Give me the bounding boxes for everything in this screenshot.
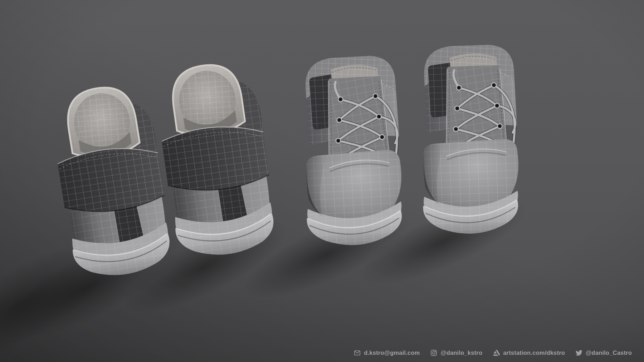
- artist-credits: d.kstro@gmail.com @danilo_kstro artstati…: [354, 349, 632, 356]
- vignette: [0, 0, 644, 362]
- instagram-label: @danilo_kstro: [440, 349, 482, 356]
- artstation-icon: [493, 349, 500, 356]
- twitter-icon: [576, 349, 582, 356]
- boots-3d-render: [0, 0, 644, 362]
- instagram-contact: @danilo_kstro: [430, 349, 482, 356]
- email-contact: d.kstro@gmail.com: [354, 349, 420, 356]
- render-canvas: d.kstro@gmail.com @danilo_kstro artstati…: [0, 0, 644, 362]
- instagram-icon: [430, 349, 437, 356]
- email-label: d.kstro@gmail.com: [364, 349, 420, 356]
- twitter-contact: @danilo_Castro: [576, 349, 632, 356]
- artstation-contact: artstation.com/dkstro: [493, 349, 565, 356]
- artstation-label: artstation.com/dkstro: [503, 349, 565, 356]
- envelope-icon: [354, 349, 361, 356]
- twitter-label: @danilo_Castro: [586, 349, 632, 356]
